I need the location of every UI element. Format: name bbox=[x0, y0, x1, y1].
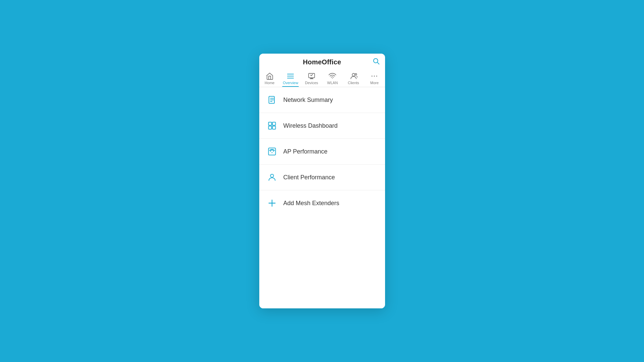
menu-item-ap-performance[interactable]: AP Performance bbox=[259, 139, 385, 165]
wlan-icon bbox=[328, 72, 336, 80]
wireless-dashboard-icon bbox=[266, 120, 278, 132]
svg-rect-17 bbox=[268, 122, 271, 125]
svg-rect-18 bbox=[272, 122, 275, 125]
tab-more[interactable]: More bbox=[364, 69, 385, 87]
tab-overview-label: Overview bbox=[283, 81, 298, 85]
tab-wlan-label: WLAN bbox=[327, 81, 338, 85]
tab-clients-label: Clients bbox=[348, 81, 359, 85]
devices-icon bbox=[308, 72, 316, 80]
tab-overview[interactable]: Overview bbox=[280, 69, 301, 87]
svg-point-22 bbox=[271, 152, 272, 153]
menu-item-wireless-dashboard[interactable]: Wireless Dashboard bbox=[259, 113, 385, 139]
svg-point-10 bbox=[372, 76, 373, 77]
svg-point-12 bbox=[376, 76, 377, 77]
search-icon[interactable] bbox=[372, 57, 380, 66]
tab-wlan[interactable]: WLAN bbox=[322, 69, 343, 87]
svg-rect-21 bbox=[268, 148, 275, 155]
svg-point-9 bbox=[355, 74, 357, 75]
svg-point-11 bbox=[374, 76, 375, 77]
svg-point-7 bbox=[332, 78, 333, 79]
svg-point-23 bbox=[270, 174, 273, 177]
tab-bar: Home Overview Devices bbox=[259, 69, 385, 87]
ap-performance-icon bbox=[266, 145, 278, 158]
client-performance-icon bbox=[266, 171, 278, 183]
svg-rect-20 bbox=[272, 126, 275, 129]
tab-home[interactable]: Home bbox=[259, 69, 280, 87]
add-mesh-extenders-label: Add Mesh Extenders bbox=[283, 200, 339, 207]
network-summary-label: Network Summary bbox=[283, 97, 333, 104]
menu-item-network-summary[interactable]: Network Summary bbox=[259, 87, 385, 113]
svg-point-8 bbox=[352, 73, 355, 76]
tab-more-label: More bbox=[370, 81, 379, 85]
wireless-dashboard-label: Wireless Dashboard bbox=[283, 122, 338, 129]
clients-icon bbox=[350, 72, 358, 80]
network-summary-icon bbox=[266, 94, 278, 106]
tab-devices[interactable]: Devices bbox=[301, 69, 322, 87]
ap-performance-label: AP Performance bbox=[283, 148, 328, 155]
tab-home-label: Home bbox=[265, 81, 274, 85]
app-title: HomeOffice bbox=[303, 58, 341, 66]
home-icon bbox=[266, 72, 274, 80]
phone-container: HomeOffice Home Overview bbox=[259, 54, 385, 308]
more-icon bbox=[370, 72, 378, 80]
client-performance-label: Client Performance bbox=[283, 174, 335, 181]
menu-item-client-performance[interactable]: Client Performance bbox=[259, 165, 385, 190]
app-header: HomeOffice bbox=[259, 54, 385, 69]
tab-clients[interactable]: Clients bbox=[343, 69, 364, 87]
svg-line-1 bbox=[377, 62, 379, 64]
tab-devices-label: Devices bbox=[305, 81, 318, 85]
svg-rect-19 bbox=[268, 126, 271, 129]
menu-list: Network Summary Wireless Dashboard bbox=[259, 87, 385, 308]
overview-icon bbox=[286, 72, 294, 80]
menu-item-add-mesh-extenders[interactable]: Add Mesh Extenders bbox=[259, 190, 385, 216]
add-mesh-extenders-icon bbox=[266, 197, 278, 209]
